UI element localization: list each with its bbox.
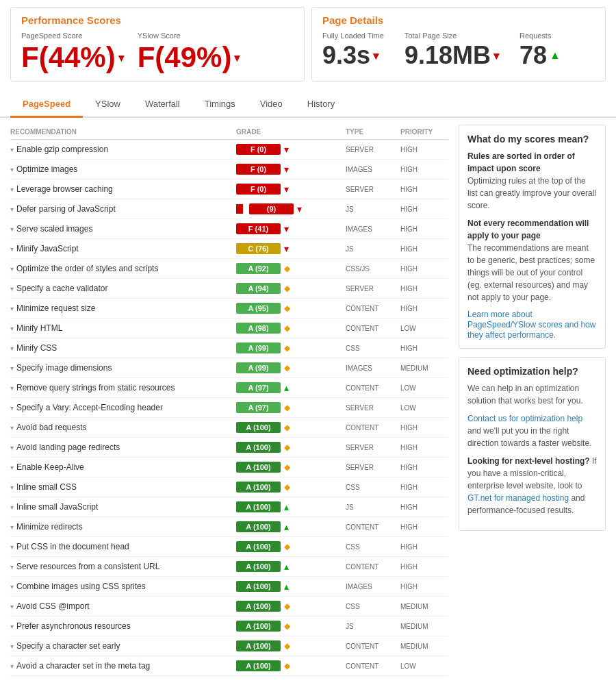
toggle-icon[interactable]: ▾: [10, 543, 14, 551]
toggle-icon[interactable]: ▾: [10, 384, 14, 392]
rec-name-text: Avoid a character set in the meta tag: [16, 661, 150, 671]
toggle-icon[interactable]: ▾: [10, 285, 14, 292]
sidebar: What do my scores mean? Rules are sorted…: [459, 125, 606, 676]
tab-waterfall[interactable]: Waterfall: [133, 92, 192, 118]
grade-cell: A (100) ◆: [236, 601, 346, 612]
toggle-icon[interactable]: ▾: [10, 364, 14, 372]
grade-badge: (9): [249, 203, 294, 214]
priority-cell: HIGH: [400, 583, 448, 590]
pagespeed-label: PageSpeed Score: [21, 32, 124, 40]
table-row: ▾ Leverage browser caching F (0) ▾ SERVE…: [10, 179, 448, 199]
toggle-icon[interactable]: ▾: [10, 444, 14, 451]
grade-badge: A (100): [236, 442, 281, 453]
col-recommendation: RECOMMENDATION: [10, 128, 236, 136]
grade-badge: A (97): [236, 382, 281, 393]
yslow-arrow[interactable]: ▾: [234, 51, 240, 64]
requests-arrow[interactable]: ▲: [550, 49, 561, 62]
grade-badge: A (100): [236, 621, 281, 632]
rec-name-text: Minimize redirects: [16, 522, 83, 532]
tab-pagespeed[interactable]: PageSpeed: [10, 92, 83, 118]
yslow-label: YSlow Score: [138, 32, 240, 40]
col-grade: GRADE: [236, 128, 346, 136]
rec-name-text: Prefer asynchronous resources: [16, 621, 131, 631]
toggle-icon[interactable]: ▾: [10, 662, 14, 670]
grade-badge: A (100): [236, 660, 281, 671]
tab-yslow[interactable]: YSlow: [83, 92, 133, 118]
table-row: ▾ Specify a Vary: Accept-Encoding header…: [10, 398, 448, 418]
page-size-arrow[interactable]: ▾: [493, 49, 499, 62]
page-details-panel: Page Details Fully Loaded Time 9.3s ▾ To…: [311, 7, 606, 82]
type-cell: CONTENT: [346, 523, 400, 531]
toggle-icon[interactable]: ▾: [10, 563, 14, 571]
toggle-icon[interactable]: ▾: [10, 345, 14, 352]
contact-link[interactable]: Contact us for optimization help: [467, 414, 582, 423]
toggle-icon[interactable]: ▾: [10, 464, 14, 471]
grade-cell: A (94) ◆: [236, 283, 346, 294]
grade-cell: A (100) ◆: [236, 482, 346, 493]
toggle-icon[interactable]: ▾: [10, 265, 14, 273]
toggle-icon[interactable]: ▾: [10, 424, 14, 432]
toggle-icon[interactable]: ▾: [10, 603, 14, 610]
toggle-icon[interactable]: ▾: [10, 643, 14, 650]
grade-cell: F (0) ▾: [236, 164, 346, 175]
rec-name: ▾ Specify image dimensions: [10, 363, 236, 373]
priority-cell: HIGH: [400, 444, 448, 451]
yslow-value: F(49%) ▾: [138, 41, 240, 74]
arrow-down-icon: ▾: [284, 223, 289, 234]
table-row: ▾ Avoid landing page redirects A (100) ◆…: [10, 438, 448, 458]
type-cell: CONTENT: [346, 424, 400, 432]
what-scores-bold2: Not every recommendation will apply to y…: [467, 219, 589, 240]
tab-video[interactable]: Video: [248, 92, 295, 118]
diamond-icon: ◆: [284, 661, 290, 671]
diamond-icon: ◆: [284, 423, 290, 432]
type-cell: SERVER: [346, 404, 400, 412]
arrow-down-icon: ▾: [284, 243, 289, 254]
learn-more-link[interactable]: Learn more about PageSpeed/YSlow scores …: [467, 310, 595, 340]
rec-name-text: Minimize request size: [16, 303, 95, 313]
priority-cell: HIGH: [400, 503, 448, 511]
priority-cell: HIGH: [400, 206, 448, 213]
toggle-icon[interactable]: ▾: [10, 206, 14, 213]
toggle-icon[interactable]: ▾: [10, 523, 14, 531]
rec-name: ▾ Optimize the order of styles and scrip…: [10, 264, 236, 273]
rec-name: ▾ Avoid bad requests: [10, 423, 236, 432]
grade-cell: A (97) ◆: [236, 402, 346, 413]
fully-loaded-arrow[interactable]: ▾: [373, 49, 378, 62]
priority-cell: LOW: [400, 384, 448, 392]
toggle-icon[interactable]: ▾: [10, 305, 14, 312]
table-row: ▾ Enable gzip compression F (0) ▾ SERVER…: [10, 140, 448, 160]
priority-cell: HIGH: [400, 285, 448, 292]
grade-cell: A (100) ◆: [236, 422, 346, 433]
rec-name: ▾ Enable gzip compression: [10, 145, 236, 154]
toggle-icon[interactable]: ▾: [10, 484, 14, 491]
pagespeed-arrow[interactable]: ▾: [118, 51, 124, 64]
grade-cell: F (0) ▾: [236, 144, 346, 155]
toggle-icon[interactable]: ▾: [10, 404, 14, 412]
tab-timings[interactable]: Timings: [192, 92, 248, 118]
need-help-para2: and we'll put you in the right direction…: [467, 426, 591, 448]
page-size-label: Total Page Size: [405, 32, 499, 40]
rec-name-text: Put CSS in the document head: [16, 542, 129, 551]
type-cell: IMAGES: [346, 364, 400, 372]
scores-row: PageSpeed Score F(44%) ▾ YSlow Score F(4…: [21, 32, 294, 74]
table-row: ▾ Minify CSS A (99) ◆ CSS HIGH: [10, 338, 448, 358]
performance-scores-panel: Performance Scores PageSpeed Score F(44%…: [10, 7, 305, 82]
grade-cell: F (41) ▾: [236, 223, 346, 234]
toggle-icon[interactable]: ▾: [10, 186, 14, 193]
table-row: ▾ Minify JavaScript C (76) ▾ JS HIGH: [10, 239, 448, 259]
toggle-icon[interactable]: ▾: [10, 166, 14, 173]
grade-cell: A (100) ◆: [236, 442, 346, 453]
toggle-icon[interactable]: ▾: [10, 503, 14, 511]
hosting-link[interactable]: GT.net for managed hosting: [467, 493, 569, 503]
toggle-icon[interactable]: ▾: [10, 245, 14, 253]
toggle-icon[interactable]: ▾: [10, 623, 14, 630]
toggle-icon[interactable]: ▾: [10, 325, 14, 332]
arrow-up-icon: ▴: [284, 561, 289, 572]
priority-cell: MEDIUM: [400, 364, 448, 372]
table-row: ▾ Combine images using CSS sprites A (10…: [10, 577, 448, 597]
tab-history[interactable]: History: [295, 92, 347, 118]
toggle-icon[interactable]: ▾: [10, 583, 14, 590]
toggle-icon[interactable]: ▾: [10, 146, 14, 153]
type-cell: CSS: [346, 484, 400, 491]
toggle-icon[interactable]: ▾: [10, 225, 14, 233]
